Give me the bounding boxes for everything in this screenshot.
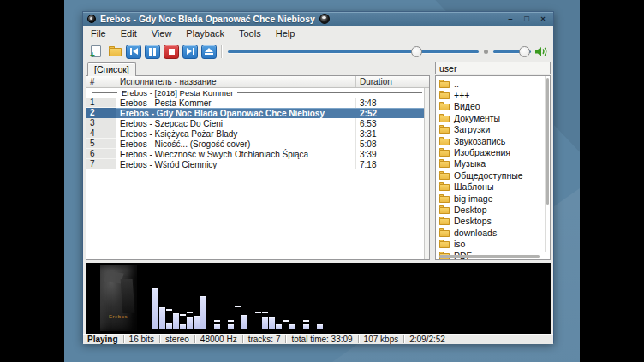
folder-icon: [439, 182, 450, 191]
scrollbar-thumb[interactable]: [546, 78, 549, 205]
playlist-row[interactable]: 5Erebos - Nicość... (Srogość cover)5:08: [86, 139, 429, 149]
spectrum-slot: [303, 268, 309, 329]
folder-icon: [439, 217, 450, 225]
folder-label: Desktops: [454, 216, 492, 226]
file-browser-hscrollbar[interactable]: [439, 255, 540, 258]
file-browser-list: ..+++ВидеоДокументыЗагрузкиЗвукозаписьИз…: [435, 75, 551, 260]
spectrum-peak: [235, 306, 241, 307]
eject-button[interactable]: [201, 45, 217, 59]
folder-item[interactable]: +++: [436, 89, 550, 100]
folder-icon: [439, 240, 450, 248]
next-button[interactable]: [182, 45, 198, 59]
spectrum-slot: [194, 268, 200, 329]
seek-thumb[interactable]: [411, 46, 422, 57]
playlist-tab[interactable]: [Список]: [87, 62, 136, 76]
playlist-row[interactable]: 3Erebos - Szepcąc Do Cieni6:53: [86, 118, 429, 128]
file-browser-vscrollbar[interactable]: [545, 76, 550, 252]
playlist-row[interactable]: 4Erebos - Księżyca Pożar Blady3:31: [86, 128, 429, 139]
playlist-scrollbar[interactable]: [424, 88, 429, 259]
file-browser-pane: user ..+++ВидеоДокументыЗагрузкиЗвукозап…: [435, 62, 551, 260]
folder-icon: [439, 114, 450, 122]
menu-tools[interactable]: Tools: [239, 28, 261, 39]
previous-button[interactable]: [126, 45, 141, 59]
column-header-artist-title[interactable]: Исполнитель - название: [116, 76, 356, 87]
menu-bar: FileEditViewPlaybackToolsHelp: [83, 26, 553, 41]
track-number: 4: [86, 128, 116, 139]
folder-icon: [439, 228, 450, 237]
folder-label: Общедоступные: [454, 170, 523, 181]
status-separator: [123, 335, 124, 343]
folder-label: ..: [454, 79, 459, 89]
folder-icon: [439, 159, 450, 168]
folder-label: Изображения: [454, 147, 510, 157]
spectrum-slot: [283, 268, 289, 329]
folder-item[interactable]: Изображения: [436, 146, 550, 157]
spectrum-slot: [248, 268, 254, 329]
track-duration: 3:39: [356, 149, 429, 159]
group-line: [237, 92, 422, 93]
menu-help[interactable]: Help: [276, 28, 295, 39]
file-browser-root[interactable]: user: [435, 62, 551, 74]
track-list: 1Erebos - Pesta Kommer3:482Erebos - Gdy …: [86, 98, 429, 169]
open-folder-button[interactable]: [107, 45, 122, 59]
spectrum-slot: [296, 268, 302, 329]
volume-slider[interactable]: [492, 45, 533, 59]
folder-item[interactable]: Загрузки: [436, 124, 550, 135]
close-button[interactable]: ×: [537, 13, 549, 25]
menu-view[interactable]: View: [152, 28, 172, 39]
status-item: total time: 33:09: [291, 335, 352, 344]
spectrum-bar: [152, 288, 158, 329]
playlist-row[interactable]: 6Erebos - Wieczność w Swych Otchłaniach …: [86, 149, 429, 159]
menu-edit[interactable]: Edit: [121, 28, 137, 39]
spectrum-bar: [180, 324, 186, 329]
spectrum-bar: [173, 313, 179, 329]
window-titlebar[interactable]: Erebos - Gdy Noc Blada Opanować Chce Nie…: [83, 12, 553, 26]
folder-label: iso: [454, 239, 465, 249]
minimize-button[interactable]: –: [504, 13, 516, 25]
playlist-row-selected[interactable]: 2Erebos - Gdy Noc Blada Opanować Chce Ni…: [86, 108, 429, 118]
open-folder-icon: [109, 46, 122, 56]
folder-item[interactable]: Звукозапись: [436, 135, 550, 146]
stop-button[interactable]: [164, 45, 179, 59]
track-title: Erebos - Księżyca Pożar Blady: [116, 128, 356, 139]
folder-label: downloads: [454, 228, 497, 238]
folder-item[interactable]: Desktops: [436, 216, 550, 227]
folder-item[interactable]: Документы: [436, 112, 550, 123]
toolbar-separator: [221, 45, 222, 58]
pause-button[interactable]: [145, 45, 160, 59]
track-title: Erebos - Szepcąc Do Cieni: [116, 118, 356, 128]
folder-item[interactable]: iso: [436, 238, 550, 249]
folder-item[interactable]: Общедоступные: [436, 169, 550, 181]
folder-item[interactable]: downloads: [436, 227, 550, 238]
menu-playback[interactable]: Playback: [186, 28, 224, 39]
status-separator: [194, 335, 195, 343]
folder-item[interactable]: big image: [436, 193, 550, 204]
menu-file[interactable]: File: [91, 28, 106, 39]
status-item: tracks: 7: [248, 335, 281, 344]
spectrum-peak: [180, 314, 186, 316]
window-title: Erebos - Gdy Noc Blada Opanować Chce Nie…: [100, 14, 315, 24]
folder-item[interactable]: Desktop: [436, 204, 550, 215]
folder-icon: [439, 102, 450, 110]
spectrum-slot: [276, 268, 282, 329]
seek-slider[interactable]: [226, 45, 480, 59]
column-header-duration[interactable]: Duration: [356, 76, 429, 87]
spectrum-bar: [228, 324, 234, 329]
folder-item[interactable]: Музыка: [436, 158, 550, 169]
track-number: 1: [86, 98, 116, 108]
visualization-panel: Erebos: [86, 263, 551, 334]
folder-item[interactable]: Шаблоны: [436, 181, 550, 193]
playlist-row[interactable]: 1Erebos - Pesta Kommer3:48: [86, 98, 429, 108]
maximize-button[interactable]: □: [521, 13, 533, 25]
spectrum-bar: [242, 315, 247, 329]
spectrum-slot: [324, 268, 330, 329]
volume-thumb[interactable]: [519, 46, 530, 57]
column-header-number[interactable]: #: [86, 76, 116, 87]
playlist-panel: # Исполнитель - название Duration Erebos…: [86, 76, 430, 260]
folder-item[interactable]: Видео: [436, 101, 550, 112]
add-file-icon: [91, 45, 101, 57]
add-file-button[interactable]: [88, 45, 104, 59]
folder-item[interactable]: ..: [436, 78, 550, 89]
spectrum-peak: [187, 312, 193, 313]
playlist-row[interactable]: 7Erebos - Wśród Ciemnicy7:18: [86, 159, 429, 169]
